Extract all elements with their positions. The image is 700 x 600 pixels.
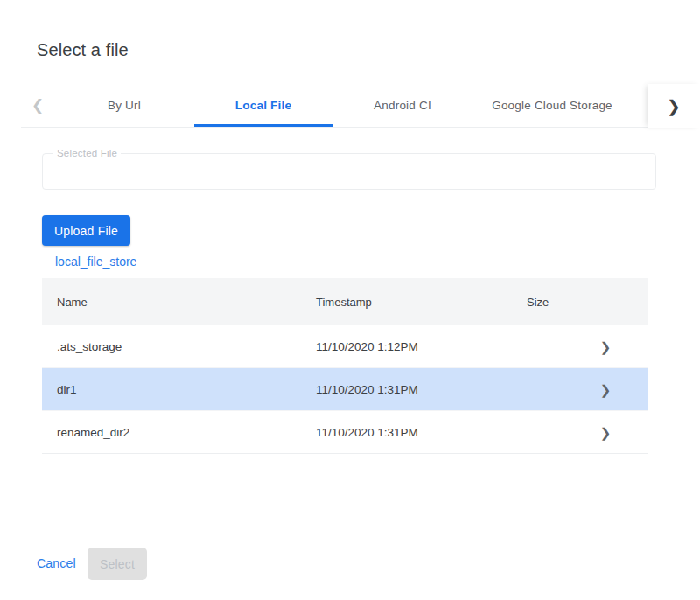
tab-label: Android CI (374, 99, 431, 112)
column-header-size: Size (527, 296, 549, 309)
cell-name: renamed_dir2 (57, 426, 130, 439)
file-table: Name Timestamp Size .ats_storage 11/10/2… (42, 278, 648, 454)
table-header-row: Name Timestamp Size (42, 278, 648, 325)
breadcrumb[interactable]: local_file_store (55, 255, 136, 269)
tab-label: Google Cloud Storage (492, 99, 612, 112)
page-title: Select a file (37, 40, 129, 60)
tab-google-cloud-storage[interactable]: Google Cloud Storage (478, 84, 626, 127)
chevron-right-icon[interactable]: ❯ (597, 425, 614, 440)
chevron-right-icon[interactable]: ❯ (597, 339, 614, 354)
selected-file-input[interactable] (44, 155, 663, 188)
cell-name: dir1 (57, 383, 77, 396)
table-row[interactable]: renamed_dir2 11/10/2020 1:31PM ❯ (42, 411, 648, 454)
select-file-dialog: Select a file ❮ By Url Local File Androi… (0, 0, 700, 600)
cancel-button[interactable]: Cancel (37, 556, 76, 570)
table-row[interactable]: .ats_storage 11/10/2020 1:12PM ❯ (42, 325, 648, 368)
active-tab-indicator (194, 124, 332, 127)
tab-bar: ❮ By Url Local File Android CI Google Cl… (0, 84, 700, 128)
chevron-left-icon[interactable]: ❮ (26, 84, 49, 127)
chevron-right-icon[interactable]: ❯ (648, 84, 700, 128)
tab-bar-divider (21, 127, 648, 128)
table-row[interactable]: dir1 11/10/2020 1:31PM ❯ (42, 368, 648, 411)
cell-timestamp: 11/10/2020 1:31PM (316, 383, 418, 396)
cell-timestamp: 11/10/2020 1:31PM (316, 426, 418, 439)
tab-local-file[interactable]: Local File (194, 84, 332, 127)
upload-file-button[interactable]: Upload File (42, 215, 130, 246)
column-header-name: Name (57, 296, 88, 309)
cell-timestamp: 11/10/2020 1:12PM (316, 340, 418, 353)
tab-label: By Url (108, 99, 141, 112)
chevron-right-icon[interactable]: ❯ (597, 382, 614, 397)
column-header-timestamp: Timestamp (316, 296, 372, 309)
select-button[interactable]: Select (88, 548, 147, 580)
tab-by-url[interactable]: By Url (96, 84, 152, 127)
selected-file-field[interactable]: Selected File (42, 153, 656, 190)
tab-label: Local File (235, 99, 291, 112)
tab-android-ci[interactable]: Android CI (359, 84, 446, 127)
cell-name: .ats_storage (57, 340, 122, 353)
